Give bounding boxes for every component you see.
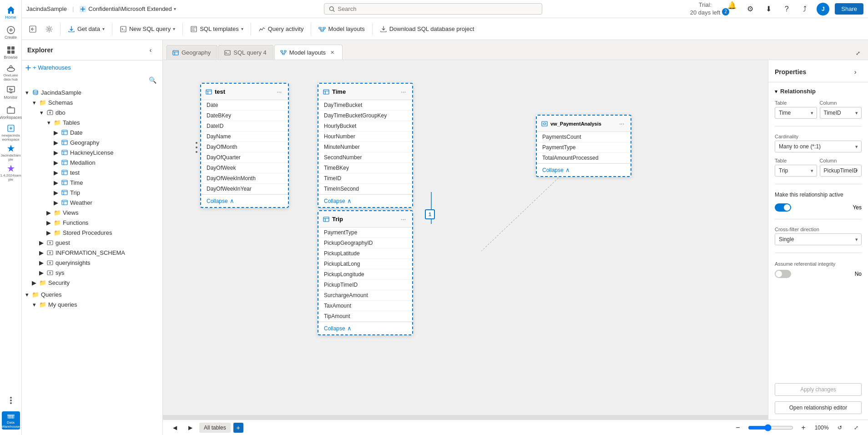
table-time-menu[interactable]: ···	[399, 87, 408, 96]
page-nav-right-btn[interactable]: ▶	[184, 421, 197, 434]
nav-item-datawarehouse[interactable]: Data Warehouse	[2, 411, 20, 430]
add-warehouses-btn[interactable]: + Warehouses	[22, 62, 75, 73]
nav-item-newjacinda[interactable]: newjacinda workspace	[2, 124, 20, 142]
expand-weather[interactable]: ▶	[53, 199, 59, 206]
table-trip-menu[interactable]: ···	[399, 215, 408, 223]
share-external-btn[interactable]: ⤴	[798, 3, 811, 15]
tree-item-stored-procs[interactable]: ▶ 📁 Stored Procedures	[22, 228, 162, 238]
tree-item-schemas[interactable]: ▾ 📁 Schemas	[22, 97, 162, 107]
referential-toggle[interactable]	[775, 270, 791, 278]
settings-btn[interactable]: ⚙	[744, 3, 757, 15]
workspace-caret[interactable]: ▾	[174, 6, 176, 11]
table-vwpayment-menu[interactable]: ···	[617, 119, 626, 128]
expand-tables[interactable]: ▾	[45, 119, 52, 126]
expand-queryinsights[interactable]: ▶	[38, 259, 45, 266]
tree-item-functions[interactable]: ▶ 📁 Functions	[22, 218, 162, 228]
canvas[interactable]: 1 test ··· Date DateBKey DateID DayName	[163, 60, 768, 420]
tree-item-date[interactable]: ▶ Date	[22, 127, 162, 137]
expand-views[interactable]: ▶	[45, 209, 52, 216]
expand-jacinda[interactable]: ▾	[24, 89, 30, 96]
ribbon-download-btn[interactable]: Download SQL database project	[376, 23, 478, 35]
tree-item-medallion[interactable]: ▶ Medallion	[22, 157, 162, 167]
tree-item-queries[interactable]: ▾ 📁 Queries	[22, 289, 162, 299]
ribbon-query-activity-btn[interactable]: Query activity	[255, 23, 308, 35]
bottom-add-tab-btn[interactable]: +	[233, 423, 243, 433]
active-toggle[interactable]	[775, 203, 791, 212]
ribbon-new-sql-btn[interactable]: New SQL query ▾	[116, 23, 179, 35]
zoom-in-btn[interactable]: +	[797, 421, 810, 434]
ribbon-back-btn[interactable]	[25, 23, 40, 35]
tab-close-model[interactable]: ✕	[328, 49, 336, 56]
expand-schemas[interactable]: ▾	[31, 99, 37, 106]
zoom-out-btn[interactable]: −	[732, 421, 744, 434]
tree-item-geography[interactable]: ▶ Geography	[22, 137, 162, 147]
canvas-scrollbar[interactable]	[163, 415, 768, 420]
tab-fullscreen-btn[interactable]: ⤢	[852, 47, 864, 60]
open-relationship-editor-btn[interactable]: Open relationship editor	[775, 401, 862, 414]
expand-queries[interactable]: ▾	[24, 291, 30, 298]
expand-security[interactable]: ▶	[31, 279, 37, 286]
tree-item-security[interactable]: ▶ 📁 Security	[22, 278, 162, 288]
workspace-indicator[interactable]: Confidential\Microsoft Extended ▾	[79, 5, 176, 13]
nav-item-jacinda[interactable]: JacindaSam ple	[2, 144, 20, 162]
tree-item-myqueries[interactable]: ▾ 📁 My queries	[22, 299, 162, 309]
user-avatar[interactable]: J	[817, 3, 829, 15]
table-trip-collapse[interactable]: Collapse ∧	[318, 322, 412, 334]
collapse-icon[interactable]: ▾	[775, 88, 777, 95]
ribbon-get-data-btn[interactable]: Get data ▾	[64, 23, 108, 35]
tree-item-time[interactable]: ▶ Time	[22, 177, 162, 187]
bottom-tab-all-tables[interactable]: All tables	[199, 423, 231, 433]
nav-item-browse[interactable]: Browse	[2, 44, 20, 62]
nav-item-v1[interactable]: 1.4.2024sam ple	[2, 164, 20, 182]
tree-item-guest[interactable]: ▶ guest	[22, 238, 162, 248]
table-test-collapse[interactable]: Collapse ∧	[201, 194, 288, 207]
ribbon-model-layouts-btn[interactable]: Model layouts	[315, 23, 368, 35]
explorer-search-btn[interactable]: 🔍	[146, 74, 159, 86]
tree-item-dbo[interactable]: ▾ dbo	[22, 107, 162, 117]
nav-item-monitor[interactable]: Monitor	[2, 84, 20, 102]
table-vwpayment-collapse[interactable]: Collapse ∧	[537, 163, 631, 176]
expand-test[interactable]: ▶	[53, 169, 59, 176]
expand-medallion[interactable]: ▶	[53, 159, 59, 166]
cardinality-select[interactable]: Many to one (*:1)	[775, 141, 862, 152]
expand-date[interactable]: ▶	[53, 129, 59, 136]
tree-item-tables[interactable]: ▾ 📁 Tables	[22, 117, 162, 127]
tab-model-layouts[interactable]: Model layouts ✕	[274, 45, 343, 60]
zoom-reset-btn[interactable]: ↺	[833, 421, 846, 434]
table2-select[interactable]: Trip	[775, 165, 817, 177]
ribbon-settings-btn[interactable]	[42, 23, 56, 35]
expand-infschema[interactable]: ▶	[38, 249, 45, 256]
nav-item-home[interactable]: Home	[2, 4, 20, 22]
table-test-context-btn[interactable]	[194, 138, 199, 158]
tree-item-trip[interactable]: ▶ Trip	[22, 187, 162, 197]
tree-item-weather[interactable]: ▶ Weather	[22, 197, 162, 207]
apply-changes-btn[interactable]: Apply changes	[775, 383, 862, 396]
expand-guest[interactable]: ▶	[38, 239, 45, 246]
tree-item-queryinsights[interactable]: ▶ queryinsights	[22, 258, 162, 268]
expand-hackney[interactable]: ▶	[53, 149, 59, 156]
page-nav-left-btn[interactable]: ◀	[168, 421, 181, 434]
properties-collapse-btn[interactable]: ›	[849, 66, 862, 78]
table-time-collapse[interactable]: Collapse ∧	[318, 194, 412, 207]
cross-filter-select[interactable]: Single	[775, 233, 862, 245]
tree-item-test[interactable]: ▶ test	[22, 167, 162, 177]
nav-item-create[interactable]: Create	[2, 24, 20, 42]
expand-dbo[interactable]: ▾	[38, 109, 45, 116]
help-btn[interactable]: ?	[780, 3, 793, 15]
search-input[interactable]	[338, 5, 537, 12]
search-box[interactable]	[324, 3, 542, 15]
ribbon-sql-templates-btn[interactable]: SQL templates ▾	[187, 23, 247, 35]
tab-sql-query-4[interactable]: SQL query 4	[218, 45, 273, 60]
expand-functions[interactable]: ▶	[45, 219, 52, 226]
column-select[interactable]: TimeID	[820, 107, 862, 119]
zoom-slider[interactable]	[748, 424, 793, 431]
download-btn[interactable]: ⬇	[762, 3, 775, 15]
tree-item-sys[interactable]: ▶ sys	[22, 268, 162, 278]
expand-stored-procs[interactable]: ▶	[45, 229, 52, 236]
collapse-explorer-btn[interactable]: ‹	[144, 44, 157, 56]
share-button[interactable]: Share	[835, 3, 863, 15]
nav-item-onelake[interactable]: OneLake data hub	[2, 64, 20, 82]
tab-geography[interactable]: Geography	[167, 45, 217, 60]
table-test-menu[interactable]: ···	[275, 87, 283, 96]
expand-trip[interactable]: ▶	[53, 189, 59, 196]
